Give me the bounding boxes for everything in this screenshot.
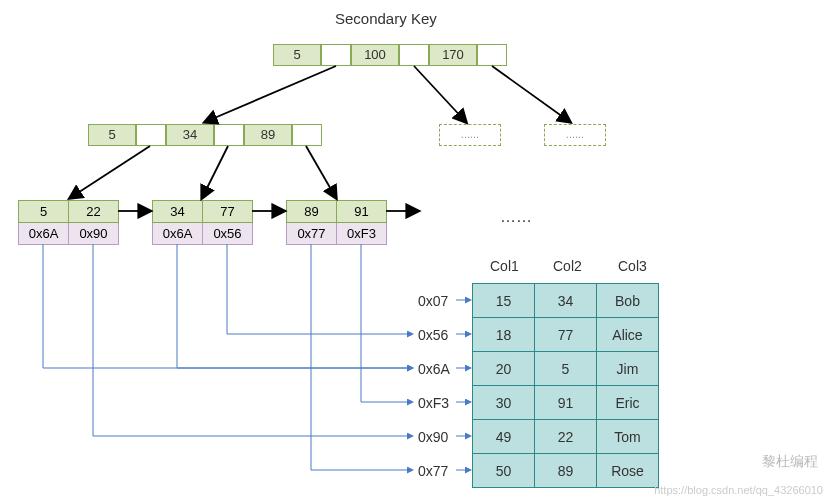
table-cell: Eric: [597, 386, 659, 420]
table-cell: 18: [473, 318, 535, 352]
watermark-brand: 黎杜编程: [762, 453, 818, 471]
table-cell: Rose: [597, 454, 659, 488]
table-cell: Jim: [597, 352, 659, 386]
leaf-key: 77: [203, 201, 253, 223]
svg-line-0: [205, 66, 336, 122]
svg-line-4: [202, 146, 228, 198]
leaf-key: 5: [19, 201, 69, 223]
leaf-node-0: 522 0x6A0x90: [18, 200, 119, 245]
leaf-addr: 0x6A: [153, 223, 203, 245]
col-header: Col1: [490, 258, 519, 274]
addr-label: 0x6A: [418, 361, 450, 377]
table-cell: 30: [473, 386, 535, 420]
table-cell: 5: [535, 352, 597, 386]
diagram-title: Secondary Key: [335, 10, 437, 27]
table-cell: 91: [535, 386, 597, 420]
table-cell: Bob: [597, 284, 659, 318]
svg-line-1: [414, 66, 466, 122]
leaf-key: 91: [337, 201, 387, 223]
table-cell: 49: [473, 420, 535, 454]
addr-label: 0x77: [418, 463, 448, 479]
svg-line-5: [306, 146, 336, 198]
table-cell: 50: [473, 454, 535, 488]
mid-cell-2: 89: [244, 124, 292, 146]
table-cell: 15: [473, 284, 535, 318]
table-cell: 22: [535, 420, 597, 454]
root-ptr-1: [399, 44, 429, 66]
root-cell-0: 5: [273, 44, 321, 66]
leaf-addr: 0x90: [69, 223, 119, 245]
leaf-addr: 0x6A: [19, 223, 69, 245]
table-cell: Tom: [597, 420, 659, 454]
mid-node: 5 34 89: [88, 124, 322, 146]
root-node: 5 100 170: [273, 44, 507, 66]
col-header: Col3: [618, 258, 647, 274]
mid-ptr-0: [136, 124, 166, 146]
mid-ptr-1: [214, 124, 244, 146]
svg-line-2: [492, 66, 570, 122]
leaf-addr: 0x56: [203, 223, 253, 245]
mid-cell-1: 34: [166, 124, 214, 146]
table-row: 1534Bob: [473, 284, 659, 318]
table-cell: 34: [535, 284, 597, 318]
leaf-addr: 0xF3: [337, 223, 387, 245]
table-cell: 77: [535, 318, 597, 352]
mid-cell-0: 5: [88, 124, 136, 146]
table-row: 3091Eric: [473, 386, 659, 420]
dashed-box-1: ......: [544, 124, 606, 146]
addr-label: 0xF3: [418, 395, 449, 411]
leaf-key: 34: [153, 201, 203, 223]
table-cell: 20: [473, 352, 535, 386]
table-row: 4922Tom: [473, 420, 659, 454]
addr-label: 0x90: [418, 429, 448, 445]
root-cell-2: 170: [429, 44, 477, 66]
table-row: 205Jim: [473, 352, 659, 386]
leaf-key: 89: [287, 201, 337, 223]
ellipsis: ……: [500, 208, 532, 226]
table-cell: 89: [535, 454, 597, 488]
addr-label: 0x07: [418, 293, 448, 309]
table-cell: Alice: [597, 318, 659, 352]
leaf-node-2: 8991 0x770xF3: [286, 200, 387, 245]
dashed-box-0: ......: [439, 124, 501, 146]
addr-label: 0x56: [418, 327, 448, 343]
watermark-url: https://blog.csdn.net/qq_43266010: [654, 484, 823, 496]
col-header: Col2: [553, 258, 582, 274]
root-cell-1: 100: [351, 44, 399, 66]
mid-ptr-2: [292, 124, 322, 146]
leaf-key: 22: [69, 201, 119, 223]
leaf-node-1: 3477 0x6A0x56: [152, 200, 253, 245]
table-row: 1877Alice: [473, 318, 659, 352]
data-table: 1534Bob 1877Alice 205Jim 3091Eric 4922To…: [472, 283, 659, 488]
svg-line-3: [70, 146, 150, 198]
leaf-addr: 0x77: [287, 223, 337, 245]
connectors-layer: [0, 0, 833, 501]
root-ptr-2: [477, 44, 507, 66]
root-ptr-0: [321, 44, 351, 66]
table-row: 5089Rose: [473, 454, 659, 488]
